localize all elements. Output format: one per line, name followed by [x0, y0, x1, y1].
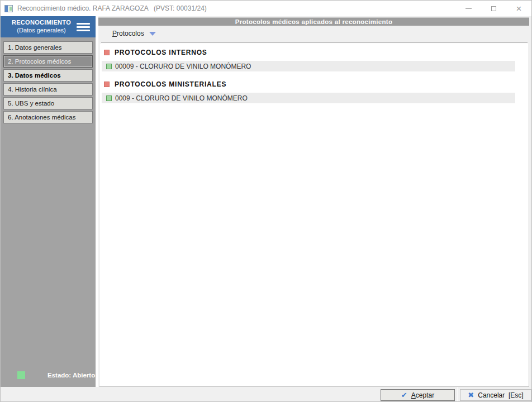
accept-button[interactable]: ✔ Aceptar	[381, 389, 455, 401]
protocol-bullet-icon	[106, 64, 112, 69]
sidebar: RECONOCIMIENTO (Datos generales) 1. Dato…	[1, 16, 96, 388]
maximize-icon	[491, 6, 496, 11]
protocol-label: 00009 - CLORURO DE VINILO MONÓMERO	[115, 63, 251, 70]
sidebar-item-ubs-y-estado[interactable]: 5. UBS y estado	[3, 97, 93, 109]
app-window: Reconocimiento médico. RAFA ZARAGOZA (PV…	[0, 0, 532, 402]
sidebar-nav: 1. Datos generales 2. Protocolos médicos…	[3, 41, 93, 123]
panel-title: Protocolos médicos aplicados al reconoci…	[98, 17, 529, 26]
section-bullet-icon	[104, 50, 110, 55]
cancel-button[interactable]: ✖ Cancelar [Esc]	[460, 389, 531, 401]
minimize-button[interactable]	[456, 1, 481, 16]
main-panel: Protocolos médicos aplicados al reconoci…	[98, 16, 532, 388]
sidebar-header-text: RECONOCIMIENTO (Datos generales)	[1, 19, 77, 35]
section-title: PROTOCOLOS MINISTERIALES	[115, 80, 226, 88]
sidebar-header: RECONOCIMIENTO (Datos generales)	[1, 16, 96, 37]
section-header-ministeriales: PROTOCOLOS MINISTERIALES	[99, 80, 529, 88]
status-row: Estado: Abierto	[1, 371, 96, 379]
maximize-button[interactable]	[481, 1, 506, 16]
close-icon: ×	[516, 4, 522, 13]
x-icon: ✖	[468, 391, 474, 399]
protocols-dropdown-button[interactable]: Protocolos	[112, 30, 156, 37]
app-icon	[4, 5, 13, 12]
cancel-label: Cancelar [Esc]	[478, 391, 523, 399]
status-icon	[17, 371, 25, 379]
sidebar-item-datos-medicos[interactable]: 3. Datos médicos	[3, 69, 93, 82]
protocol-label: 0009 - CLORURO DE VINILO MONÓMERO	[115, 94, 248, 102]
footer-divider	[457, 387, 458, 401]
dropdown-arrow-icon	[149, 32, 156, 36]
sidebar-subtitle: (Datos generales)	[6, 27, 77, 35]
status-label: Estado: Abierto	[48, 372, 95, 379]
accept-label: Aceptar	[411, 391, 434, 399]
section-title: PROTOCOLOS INTERNOS	[115, 49, 207, 56]
toolbar: Protocolos	[98, 26, 532, 42]
footer-bar: ✔ Aceptar ✖ Cancelar [Esc]	[1, 387, 531, 401]
protocol-row[interactable]: 0009 - CLORURO DE VINILO MONÓMERO	[102, 93, 515, 103]
section-header-internos: PROTOCOLOS INTERNOS	[99, 49, 529, 56]
dropdown-accesskey: P	[112, 30, 117, 37]
minimize-icon	[466, 8, 472, 9]
titlebar[interactable]: Reconocimiento médico. RAFA ZARAGOZA (PV…	[1, 1, 531, 16]
sidebar-item-anotaciones-medicas[interactable]: 6. Anotaciones médicas	[3, 111, 93, 123]
protocols-list: PROTOCOLOS INTERNOS 00009 - CLORURO DE V…	[99, 44, 529, 387]
dropdown-label: rotocolos	[117, 30, 144, 37]
window-title: Reconocimiento médico. RAFA ZARAGOZA (PV…	[17, 4, 207, 12]
close-button[interactable]: ×	[506, 1, 531, 16]
sidebar-title: RECONOCIMIENTO	[6, 19, 77, 27]
menu-icon[interactable]	[77, 23, 90, 31]
sidebar-item-datos-generales[interactable]: 1. Datos generales	[3, 41, 93, 54]
sidebar-item-historia-clinica[interactable]: 4. Historia clínica	[3, 83, 93, 95]
protocol-bullet-icon	[106, 95, 112, 101]
check-icon: ✔	[401, 391, 407, 399]
protocol-row[interactable]: 00009 - CLORURO DE VINILO MONÓMERO	[102, 61, 515, 71]
sidebar-item-protocolos-medicos[interactable]: 2. Protocolos médicos	[3, 55, 93, 68]
section-bullet-icon	[104, 82, 110, 87]
window-controls: ×	[456, 1, 531, 16]
